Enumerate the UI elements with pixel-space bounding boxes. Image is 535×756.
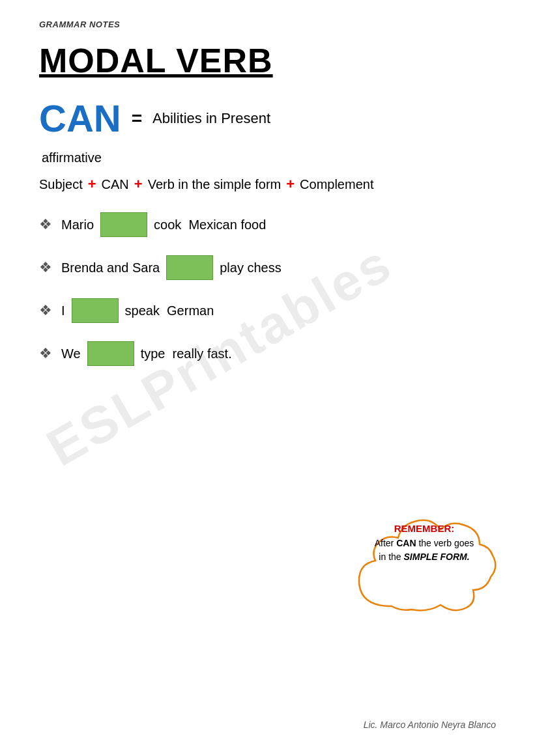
- footer-credit: Lic. Marco Antonio Neyra Blanco: [364, 720, 496, 730]
- exercise-list: ❖ Mario cook Mexican food ❖ Brenda and S…: [39, 212, 496, 366]
- cloud-after: After: [375, 538, 396, 548]
- bullet-1: ❖: [39, 216, 52, 233]
- bullet-4: ❖: [39, 345, 52, 362]
- page: GRAMMAR NOTES MODAL VERB CAN = Abilities…: [0, 0, 535, 756]
- item-3-green-box: [72, 298, 119, 323]
- item-2-text: Brenda and Sara play chess: [61, 255, 282, 280]
- cloud-simple-form: SIMPLE FORM.: [404, 552, 470, 562]
- cloud-can-word: CAN: [396, 538, 416, 548]
- item-4-subject: We: [61, 346, 81, 361]
- exercise-item-3: ❖ I speak German: [39, 298, 496, 323]
- formula-plus-1: +: [88, 176, 96, 193]
- main-title: MODAL VERB: [39, 41, 496, 80]
- formula-subject: Subject: [39, 177, 83, 192]
- exercise-item-1: ❖ Mario cook Mexican food: [39, 212, 496, 237]
- item-4-verb: type really fast.: [141, 346, 232, 361]
- exercise-item-2: ❖ Brenda and Sara play chess: [39, 255, 496, 280]
- item-1-subject: Mario: [61, 217, 94, 232]
- exercise-item-4: ❖ We type really fast.: [39, 341, 496, 366]
- bullet-2: ❖: [39, 259, 52, 276]
- item-3-subject: I: [61, 303, 65, 318]
- formula-can: CAN: [102, 177, 129, 192]
- equals-sign: =: [132, 108, 142, 129]
- item-4-text: We type really fast.: [61, 341, 232, 366]
- item-4-green-box: [87, 341, 134, 366]
- item-3-verb: speak German: [125, 303, 214, 318]
- item-1-green-box: [100, 212, 147, 237]
- can-definition-line: CAN = Abilities in Present: [39, 100, 496, 137]
- item-3-text: I speak German: [61, 298, 214, 323]
- remember-label: REMEMBER:: [353, 522, 496, 537]
- abilities-text: Abilities in Present: [152, 110, 270, 127]
- formula-plus-2: +: [134, 176, 143, 193]
- formula-complement: Complement: [300, 177, 373, 192]
- item-2-green-box: [166, 255, 213, 280]
- bullet-3: ❖: [39, 302, 52, 319]
- cloud-text-content: REMEMBER: After CAN the verb goes in the…: [353, 522, 496, 564]
- item-1-text: Mario cook Mexican food: [61, 212, 266, 237]
- cloud-the-verb: the verb goes: [416, 538, 474, 548]
- item-2-subject: Brenda and Sara: [61, 260, 160, 275]
- formula-line: Subject + CAN + Verb in the simple form …: [39, 176, 496, 193]
- item-1-verb: cook Mexican food: [154, 217, 266, 232]
- grammar-notes-label: GRAMMAR NOTES: [39, 20, 496, 29]
- can-word-large: CAN: [39, 100, 121, 137]
- remember-cloud: REMEMBER: After CAN the verb goes in the…: [340, 502, 509, 626]
- cloud-body-text: After CAN the verb goes in the SIMPLE FO…: [353, 537, 496, 564]
- cloud-in-the: in the: [379, 552, 403, 562]
- formula-plus-3: +: [286, 176, 295, 193]
- affirmative-label: affirmative: [42, 150, 496, 165]
- item-2-verb: play chess: [220, 260, 282, 275]
- formula-verb-phrase: Verb in the simple form: [148, 177, 282, 192]
- cloud-svg: [340, 502, 509, 626]
